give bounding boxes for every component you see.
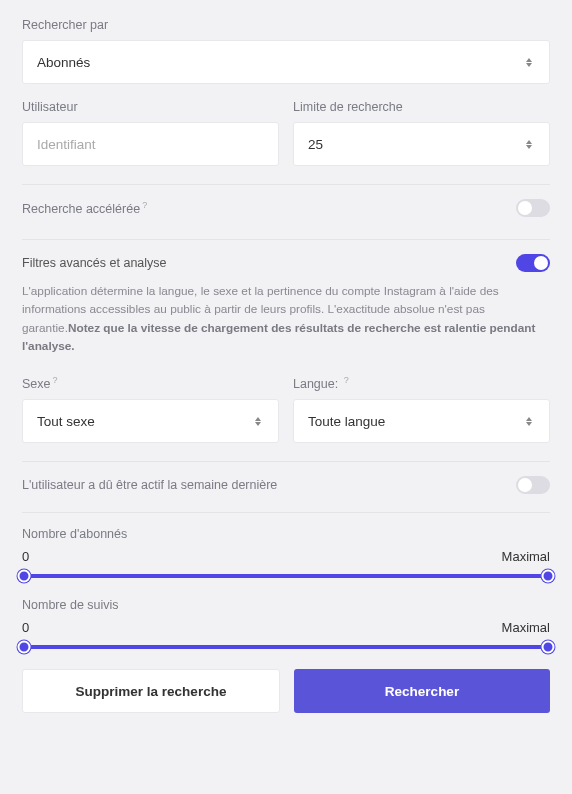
accelerated-toggle[interactable]	[516, 199, 550, 217]
sex-label: Sexe?	[22, 375, 279, 391]
help-icon[interactable]: ?	[344, 375, 349, 385]
active-toggle[interactable]	[516, 476, 550, 494]
divider	[22, 239, 550, 240]
accelerated-label: Recherche accélérée?	[22, 200, 147, 216]
followers-max: Maximal	[502, 549, 550, 564]
following-label: Nombre de suivis	[22, 598, 550, 612]
help-icon[interactable]: ?	[142, 200, 147, 210]
lang-value: Toute langue	[308, 414, 385, 429]
chevron-updown-icon	[523, 414, 535, 428]
following-min: 0	[22, 620, 29, 635]
sex-value: Tout sexe	[37, 414, 95, 429]
slider-handle-max[interactable]	[542, 641, 555, 654]
divider	[22, 512, 550, 513]
limit-label: Limite de recherche	[293, 100, 550, 114]
followers-label: Nombre d'abonnés	[22, 527, 550, 541]
sex-select[interactable]: Tout sexe	[22, 399, 279, 443]
search-by-label: Rechercher par	[22, 18, 550, 32]
divider	[22, 461, 550, 462]
following-slider[interactable]	[24, 645, 548, 649]
followers-min: 0	[22, 549, 29, 564]
divider	[22, 184, 550, 185]
chevron-updown-icon	[523, 137, 535, 151]
lang-label: Langue: ?	[293, 375, 550, 391]
help-icon[interactable]: ?	[53, 375, 58, 385]
lang-select[interactable]: Toute langue	[293, 399, 550, 443]
search-by-select[interactable]: Abonnés	[22, 40, 550, 84]
search-button[interactable]: Rechercher	[294, 669, 550, 713]
following-max: Maximal	[502, 620, 550, 635]
advanced-toggle[interactable]	[516, 254, 550, 272]
slider-handle-min[interactable]	[18, 570, 31, 583]
followers-slider[interactable]	[24, 574, 548, 578]
user-placeholder: Identifiant	[37, 137, 96, 152]
slider-handle-min[interactable]	[18, 641, 31, 654]
limit-select[interactable]: 25	[293, 122, 550, 166]
limit-value: 25	[308, 137, 323, 152]
search-by-value: Abonnés	[37, 55, 90, 70]
chevron-updown-icon	[252, 414, 264, 428]
active-label: L'utilisateur a dû être actif la semaine…	[22, 478, 277, 492]
user-input[interactable]: Identifiant	[22, 122, 279, 166]
slider-handle-max[interactable]	[542, 570, 555, 583]
clear-button[interactable]: Supprimer la recherche	[22, 669, 280, 713]
advanced-description: L'application détermine la langue, le se…	[22, 282, 550, 355]
user-label: Utilisateur	[22, 100, 279, 114]
advanced-label: Filtres avancés et analyse	[22, 256, 167, 270]
chevron-updown-icon	[523, 55, 535, 69]
